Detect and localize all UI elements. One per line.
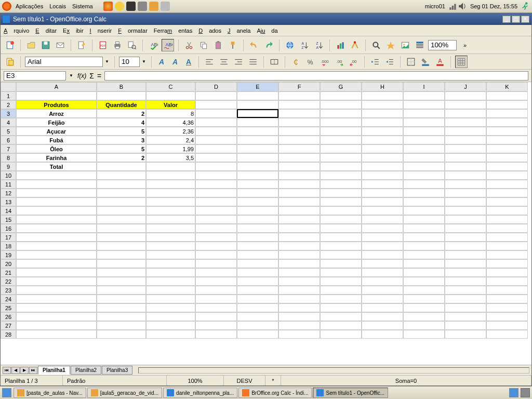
cell-C21[interactable]	[146, 268, 195, 277]
cell-I19[interactable]	[403, 250, 445, 259]
horizontal-scrollbar[interactable]	[138, 367, 529, 374]
grid-lines-button[interactable]	[455, 56, 468, 68]
cell-H2[interactable]	[362, 100, 403, 109]
system-menu[interactable]: Sistema	[72, 3, 93, 9]
cell-B23[interactable]	[97, 286, 146, 295]
cell-D23[interactable]	[195, 286, 237, 295]
menu-editar[interactable]: Editar	[35, 28, 57, 34]
cell-A18[interactable]	[16, 242, 97, 250]
cell-A11[interactable]	[16, 180, 97, 189]
font-size-combo[interactable]	[119, 57, 140, 67]
cell-E28[interactable]	[237, 330, 278, 339]
sheet-tab-planilha1[interactable]: Planilha1	[38, 366, 70, 375]
cell-D5[interactable]	[195, 127, 237, 136]
cell-B7[interactable]: 5	[97, 144, 146, 153]
cell-H23[interactable]	[362, 286, 403, 295]
cell-G18[interactable]	[320, 242, 362, 250]
cell-D12[interactable]	[195, 189, 237, 197]
edit-file-button[interactable]	[75, 39, 88, 51]
cell-I12[interactable]	[403, 189, 445, 197]
cell-H20[interactable]	[362, 259, 403, 268]
autospellcheck-button[interactable]: ABC	[162, 39, 174, 51]
cell-B8[interactable]: 2	[97, 153, 146, 162]
cell-K9[interactable]	[486, 162, 528, 171]
cell-E6[interactable]	[237, 136, 278, 144]
row-header-5[interactable]: 5	[1, 127, 16, 136]
cell-B19[interactable]	[97, 250, 146, 259]
cell-F24[interactable]	[278, 295, 320, 303]
cell-G15[interactable]	[320, 215, 362, 224]
cell-G1[interactable]	[320, 91, 362, 100]
cell-D24[interactable]	[195, 295, 237, 303]
standard-format-button[interactable]: .000	[318, 56, 331, 68]
cell-K5[interactable]	[486, 127, 528, 136]
email-button[interactable]	[54, 39, 66, 51]
redo-button[interactable]	[262, 39, 275, 51]
delete-decimal-button[interactable]: .00	[348, 56, 360, 68]
cell-G3[interactable]	[320, 109, 362, 118]
cell-C27[interactable]	[146, 321, 195, 330]
cell-K3[interactable]	[486, 109, 528, 118]
cell-A1[interactable]	[16, 91, 97, 100]
row-header-28[interactable]: 28	[1, 330, 16, 339]
menu-arquivo[interactable]: Arquivo	[4, 28, 29, 34]
cell-I11[interactable]	[403, 180, 445, 189]
col-header-H[interactable]: H	[362, 82, 403, 91]
cell-A2[interactable]: Produtos	[16, 100, 97, 109]
cell-K10[interactable]	[486, 171, 528, 180]
row-header-21[interactable]: 21	[1, 268, 16, 277]
cell-K18[interactable]	[486, 242, 528, 250]
page-style-indicator[interactable]: Padrão	[63, 376, 167, 385]
cell-H17[interactable]	[362, 233, 403, 242]
cell-J22[interactable]	[445, 277, 486, 286]
spellcheck-button[interactable]: ABC	[147, 39, 159, 51]
ubuntu-logo-icon[interactable]	[2, 2, 11, 11]
tab-prev-button[interactable]: ◀	[11, 367, 20, 374]
cell-C25[interactable]	[146, 303, 195, 312]
cell-A28[interactable]	[16, 330, 97, 339]
cell-H6[interactable]	[362, 136, 403, 144]
cell-A19[interactable]	[16, 250, 97, 259]
cell-F18[interactable]	[278, 242, 320, 250]
cell-I1[interactable]	[403, 91, 445, 100]
cell-H11[interactable]	[362, 180, 403, 189]
cell-K7[interactable]	[486, 144, 528, 153]
cell-D11[interactable]	[195, 180, 237, 189]
cell-J18[interactable]	[445, 242, 486, 250]
cell-I2[interactable]	[403, 100, 445, 109]
cell-J15[interactable]	[445, 215, 486, 224]
cell-A20[interactable]	[16, 259, 97, 268]
cell-H19[interactable]	[362, 250, 403, 259]
cell-F6[interactable]	[278, 136, 320, 144]
cell-I24[interactable]	[403, 295, 445, 303]
cell-C15[interactable]	[146, 215, 195, 224]
cell-E25[interactable]	[237, 303, 278, 312]
cell-B21[interactable]	[97, 268, 146, 277]
tab-last-button[interactable]: ⏭	[29, 367, 37, 374]
cell-G12[interactable]	[320, 189, 362, 197]
cell-G28[interactable]	[320, 330, 362, 339]
network-icon[interactable]	[448, 2, 458, 11]
insert-mode-indicator[interactable]: DESV	[224, 376, 265, 385]
cell-E1[interactable]	[237, 91, 278, 100]
cell-J6[interactable]	[445, 136, 486, 144]
cell-F12[interactable]	[278, 189, 320, 197]
smiley-launcher-icon[interactable]	[115, 2, 124, 11]
row-header-27[interactable]: 27	[1, 321, 16, 330]
cell-J4[interactable]	[445, 118, 486, 127]
cell-A6[interactable]: Fubá	[16, 136, 97, 144]
cell-G9[interactable]	[320, 162, 362, 171]
cell-J14[interactable]	[445, 206, 486, 215]
cell-J11[interactable]	[445, 180, 486, 189]
cell-E18[interactable]	[237, 242, 278, 250]
cell-A8[interactable]: Farinha	[16, 153, 97, 162]
cell-K21[interactable]	[486, 268, 528, 277]
task-button[interactable]: Sem título1 - OpenOffic...	[313, 388, 388, 398]
task-button[interactable]: danile_niltonpenna_pla...	[163, 388, 237, 398]
cell-I25[interactable]	[403, 303, 445, 312]
cell-I13[interactable]	[403, 197, 445, 206]
cell-H3[interactable]	[362, 109, 403, 118]
task-button[interactable]: [aula5_geracao_de_vid...	[87, 388, 162, 398]
bg-color-button[interactable]	[419, 56, 432, 68]
cell-K24[interactable]	[486, 295, 528, 303]
